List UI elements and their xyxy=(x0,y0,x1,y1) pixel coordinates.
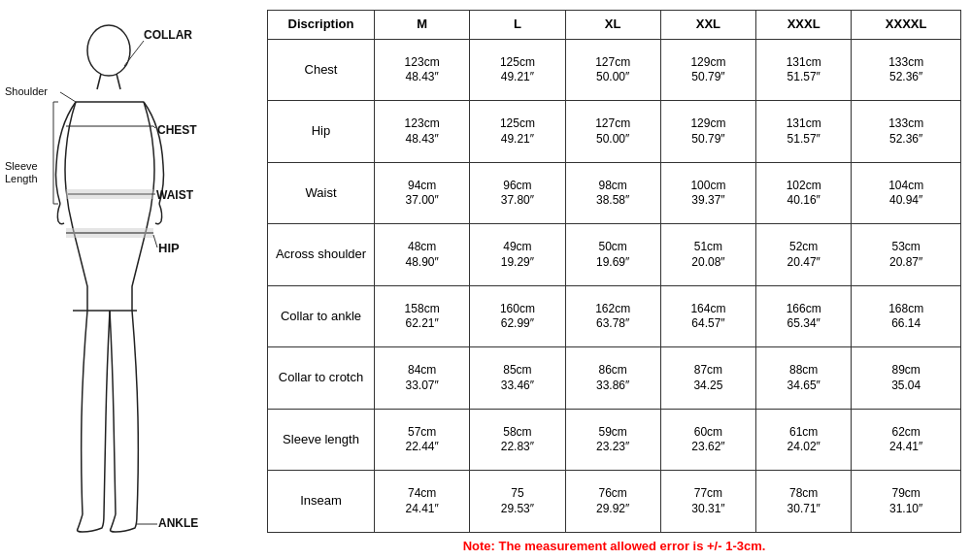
table-row: Collar to crotch84cm33.07″85cm33.46″86cm… xyxy=(268,347,961,410)
table-cell: 127cm50.00″ xyxy=(565,101,660,163)
table-cell: 129cm50.79″ xyxy=(660,39,755,101)
table-cell: 48cm48.90″ xyxy=(375,224,470,286)
table-cell: 50cm19.69″ xyxy=(565,224,660,286)
table-cell: 129cm50.79″ xyxy=(660,101,755,163)
svg-line-12 xyxy=(153,126,155,128)
table-cell: 166cm65.34″ xyxy=(756,285,852,347)
ankle-label: ANKLE xyxy=(158,516,198,530)
table-cell: 131cm51.57″ xyxy=(756,101,852,163)
table-cell: 59cm23.23″ xyxy=(565,409,660,471)
table-row: Chest123cm48.43″125cm49.21″127cm50.00″12… xyxy=(268,39,961,101)
table-cell: 100cm39.37″ xyxy=(660,162,755,224)
table-cell: 133cm52.36″ xyxy=(852,39,961,101)
table-cell: 89cm35.04 xyxy=(852,347,961,410)
table-cell: 98cm38.58″ xyxy=(565,162,660,224)
row-label: Collar to crotch xyxy=(268,347,375,410)
table-cell: 125cm49.21″ xyxy=(470,101,565,163)
table-cell: 78cm30.71″ xyxy=(756,471,852,533)
col-xxxl: XXXL xyxy=(756,11,852,40)
table-cell: 79cm31.10″ xyxy=(852,471,961,533)
table-cell: 96cm37.80″ xyxy=(470,162,565,224)
figure-area: COLLAR Shoulder CHEST WAIST Sleeve Lengt… xyxy=(0,0,262,560)
table-cell: 164cm64.57″ xyxy=(660,285,755,347)
table-row: Across shoulder48cm48.90″49cm19.29″50cm1… xyxy=(268,224,961,286)
row-label: Inseam xyxy=(268,471,375,533)
chest-label: CHEST xyxy=(157,123,197,137)
table-cell: 123cm48.43″ xyxy=(375,39,470,101)
table-cell: 49cm19.29″ xyxy=(470,224,565,286)
table-cell: 168cm66.14 xyxy=(852,285,961,347)
sleeve-label-1: Sleeve xyxy=(5,160,38,172)
svg-line-1 xyxy=(97,74,101,89)
sleeve-label-2: Length xyxy=(5,173,38,184)
row-label: Collar to ankle xyxy=(268,285,375,347)
svg-line-2 xyxy=(117,74,120,89)
svg-line-11 xyxy=(60,92,76,102)
col-l: L xyxy=(470,11,565,40)
table-cell: 131cm51.57″ xyxy=(756,39,852,101)
note: Note: The measurement allowed error is +… xyxy=(267,533,961,555)
row-label: Sleeve length xyxy=(268,409,375,471)
table-cell: 58cm22.83″ xyxy=(470,409,565,471)
table-cell: 62cm24.41″ xyxy=(852,409,961,471)
table-cell: 94cm37.00″ xyxy=(375,162,470,224)
svg-point-0 xyxy=(87,25,130,76)
table-cell: 123cm48.43″ xyxy=(375,101,470,163)
table-cell: 76cm29.92″ xyxy=(565,471,660,533)
table-cell: 53cm20.87″ xyxy=(852,224,961,286)
table-cell: 74cm24.41″ xyxy=(375,471,470,533)
table-cell: 60cm23.62″ xyxy=(660,409,755,471)
table-cell: 162cm63.78″ xyxy=(565,285,660,347)
table-cell: 158cm62.21″ xyxy=(375,285,470,347)
col-xl: XL xyxy=(565,11,660,40)
table-cell: 84cm33.07″ xyxy=(375,347,470,410)
row-label: Waist xyxy=(268,162,375,224)
table-cell: 57cm22.44″ xyxy=(375,409,470,471)
col-xxl: XXL xyxy=(660,11,755,40)
svg-rect-8 xyxy=(66,189,153,199)
table-cell: 104cm40.94″ xyxy=(852,162,961,224)
table-cell: 86cm33.86″ xyxy=(565,347,660,410)
table-row: Hip123cm48.43″125cm49.21″127cm50.00″129c… xyxy=(268,101,961,163)
table-cell: 127cm50.00″ xyxy=(565,39,660,101)
svg-rect-9 xyxy=(66,228,153,238)
waist-label: WAIST xyxy=(156,188,194,202)
table-cell: 7529.53″ xyxy=(470,471,565,533)
col-xxxxl: XXXXL xyxy=(852,11,961,40)
col-description: Discription xyxy=(268,11,375,40)
main-container: COLLAR Shoulder CHEST WAIST Sleeve Lengt… xyxy=(0,0,971,560)
collar-label: COLLAR xyxy=(144,28,192,42)
table-cell: 52cm20.47″ xyxy=(756,224,852,286)
table-cell: 102cm40.16″ xyxy=(756,162,852,224)
table-row: Sleeve length57cm22.44″58cm22.83″59cm23.… xyxy=(268,409,961,471)
table-cell: 88cm34.65″ xyxy=(756,347,852,410)
table-cell: 87cm34.25 xyxy=(660,347,755,410)
svg-line-10 xyxy=(124,41,144,66)
svg-line-17 xyxy=(153,235,157,247)
size-table: Discription M L XL XXL XXXL XXXXL Chest1… xyxy=(267,10,961,533)
table-cell: 125cm49.21″ xyxy=(470,39,565,101)
row-label: Hip xyxy=(268,101,375,163)
table-row: Collar to ankle158cm62.21″160cm62.99″162… xyxy=(268,285,961,347)
table-area: Discription M L XL XXL XXXL XXXXL Chest1… xyxy=(262,0,971,560)
row-label: Chest xyxy=(268,39,375,101)
table-cell: 51cm20.08″ xyxy=(660,224,755,286)
table-cell: 160cm62.99″ xyxy=(470,285,565,347)
row-label: Across shoulder xyxy=(268,224,375,286)
table-cell: 77cm30.31″ xyxy=(660,471,755,533)
table-row: Waist94cm37.00″96cm37.80″98cm38.58″100cm… xyxy=(268,162,961,224)
hip-label: HIP xyxy=(158,241,180,255)
table-cell: 133cm52.36″ xyxy=(852,101,961,163)
table-cell: 61cm24.02″ xyxy=(756,409,852,471)
col-m: M xyxy=(375,11,470,40)
table-cell: 85cm33.46″ xyxy=(470,347,565,410)
table-row: Inseam74cm24.41″7529.53″76cm29.92″77cm30… xyxy=(268,471,961,533)
shoulder-label: Shoulder xyxy=(5,85,48,97)
